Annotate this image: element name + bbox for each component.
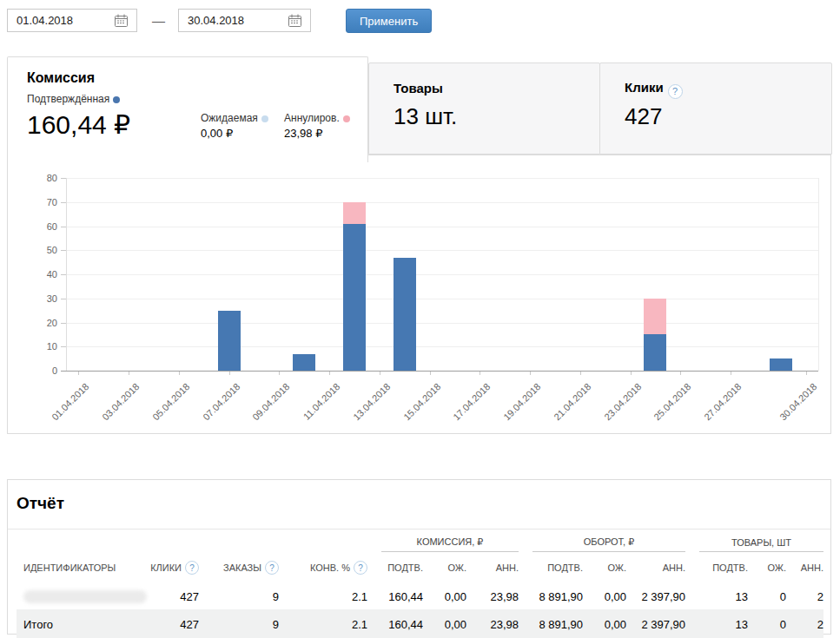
y-axis-label: 20 bbox=[28, 318, 57, 328]
row-identifier-cell bbox=[17, 583, 147, 609]
x-axis-line bbox=[61, 371, 818, 372]
x-axis-tick bbox=[179, 372, 180, 375]
clicks-value: 427 bbox=[625, 103, 662, 130]
calendar-icon[interactable] bbox=[288, 14, 302, 28]
table-cell-value: 160,44 bbox=[367, 609, 423, 638]
expected-label-text: Ожидаемая bbox=[201, 112, 258, 124]
clicks-title: Клики bbox=[625, 80, 664, 95]
bar-cancelled-segment bbox=[343, 202, 366, 224]
y-axis-label: 40 bbox=[28, 269, 57, 280]
column-header: КЛИКИ? bbox=[147, 552, 199, 583]
x-axis-tick bbox=[279, 372, 280, 375]
x-axis-label: 19.04.2018 bbox=[501, 381, 542, 422]
products-value: 13 шт. bbox=[394, 103, 457, 130]
table-cell-value: 9 bbox=[199, 583, 279, 609]
group-header-spacer bbox=[17, 529, 367, 552]
confirmed-value: 160,44 ₽ bbox=[27, 109, 130, 140]
x-axis-label: 27.04.2018 bbox=[702, 381, 743, 422]
table-cell-value: 0 bbox=[748, 609, 786, 638]
table-cell-value: 2.1 bbox=[279, 583, 367, 609]
x-axis-tick bbox=[480, 372, 480, 375]
x-axis-label: 09.04.2018 bbox=[250, 381, 291, 422]
column-header-label: ПОДТВ. bbox=[712, 562, 748, 573]
table-cell-value: 2.1 bbox=[279, 609, 367, 638]
date-from-input[interactable] bbox=[17, 14, 95, 27]
column-header: АНН. bbox=[466, 552, 519, 583]
x-axis-label: 05.04.2018 bbox=[150, 381, 191, 422]
column-header: ЗАКАЗЫ? bbox=[199, 552, 279, 583]
calendar-icon[interactable] bbox=[114, 14, 129, 28]
bar-confirmed-segment bbox=[293, 354, 315, 371]
column-group-header: ОБОРОТ, ₽ bbox=[532, 529, 685, 552]
tab-products[interactable]: Товары 13 шт. bbox=[368, 62, 600, 155]
table-cell-value: 13 bbox=[685, 583, 748, 609]
date-to-input[interactable] bbox=[188, 14, 266, 27]
apply-button[interactable]: Применить bbox=[346, 9, 432, 33]
commission-title: Комиссия bbox=[27, 70, 95, 86]
x-axis-label: 11.04.2018 bbox=[301, 381, 342, 422]
column-group-header: ТОВАРЫ, ШТ bbox=[699, 529, 823, 552]
confirmed-dot-icon bbox=[113, 96, 120, 103]
chart-gridline bbox=[66, 274, 818, 275]
bar-confirmed-segment bbox=[343, 224, 366, 371]
table-cell-value: 0,00 bbox=[423, 583, 466, 609]
expected-value: 0,00 ₽ bbox=[201, 127, 268, 140]
commission-chart-panel: 0102030405060708001.04.201803.04.201805.… bbox=[7, 155, 831, 434]
table-cell-value: 2 397,90 bbox=[626, 583, 685, 609]
column-help-icon[interactable]: ? bbox=[185, 561, 199, 575]
x-axis-tick bbox=[329, 372, 330, 375]
x-axis-label: 03.04.2018 bbox=[100, 381, 141, 422]
confirmed-label: Подтверждённая bbox=[27, 93, 120, 105]
x-axis-tick bbox=[806, 372, 807, 375]
tab-clicks[interactable]: Клики? 427 bbox=[599, 62, 832, 155]
report-table: КОМИССИЯ, ₽ОБОРОТ, ₽ТОВАРЫ, ШТИДЕНТИФИКА… bbox=[17, 529, 823, 638]
x-axis-tick bbox=[731, 372, 731, 375]
y-axis-label: 0 bbox=[28, 365, 57, 376]
table-cell-value: 13 bbox=[685, 609, 748, 638]
y-axis-label: 30 bbox=[28, 293, 57, 304]
table-cell-value: 2 bbox=[786, 609, 823, 638]
date-range-separator: — bbox=[139, 9, 178, 32]
x-axis-tick bbox=[129, 372, 129, 375]
y-axis-line bbox=[66, 178, 67, 371]
table-cell-value: 0,00 bbox=[583, 583, 626, 609]
bar-cancelled-segment bbox=[644, 299, 666, 335]
tab-commission[interactable]: Комиссия Подтверждённая 160,44 ₽ Ожидаем… bbox=[7, 56, 368, 162]
x-axis-label: 01.04.2018 bbox=[50, 381, 90, 422]
column-header-label: КОНВ. % bbox=[310, 562, 350, 573]
column-help-icon[interactable]: ? bbox=[354, 561, 367, 575]
row-identifier-cell: Итого bbox=[17, 609, 147, 638]
chart-gridline bbox=[66, 227, 818, 227]
column-header: ОЖ. bbox=[748, 552, 786, 583]
date-from-field[interactable] bbox=[7, 9, 137, 32]
x-axis-tick bbox=[78, 372, 79, 375]
column-header-label: ЗАКАЗЫ bbox=[223, 562, 261, 573]
x-axis-tick bbox=[430, 372, 431, 375]
table-cell-value: 427 bbox=[147, 609, 199, 638]
x-axis-label: 25.04.2018 bbox=[651, 381, 692, 422]
column-header: КОНВ. %? bbox=[279, 552, 367, 583]
x-axis-label: 30.04.2018 bbox=[777, 381, 818, 422]
column-group-header: КОМИССИЯ, ₽ bbox=[381, 529, 519, 552]
x-axis-tick bbox=[580, 372, 581, 375]
date-to-field[interactable] bbox=[178, 9, 311, 32]
column-header-label: АНН. bbox=[496, 562, 519, 573]
chart-gridline bbox=[66, 250, 818, 251]
y-axis-label: 50 bbox=[28, 245, 57, 255]
chart-gridline bbox=[66, 346, 818, 347]
column-header: ПОДТВ. bbox=[519, 552, 583, 583]
expected-metric: Ожидаемая 0,00 ₽ bbox=[201, 112, 268, 140]
clicks-help-icon[interactable]: ? bbox=[668, 84, 683, 99]
column-header-label: ИДЕНТИФИКАТОРЫ bbox=[23, 562, 116, 573]
bar-confirmed-segment bbox=[394, 258, 416, 371]
chart-gridline bbox=[66, 178, 818, 179]
x-axis-label: 07.04.2018 bbox=[201, 381, 241, 422]
table-cell-value: 23,98 bbox=[466, 609, 519, 638]
table-cell-value: 2 397,90 bbox=[626, 609, 685, 638]
column-help-icon[interactable]: ? bbox=[265, 561, 279, 575]
table-cell-value: 8 891,90 bbox=[519, 609, 583, 638]
column-header: ПОДТВ. bbox=[367, 552, 423, 583]
column-header: АНН. bbox=[626, 552, 685, 583]
column-header-label: ПОДТВ. bbox=[387, 562, 423, 573]
redacted-identifier bbox=[23, 590, 147, 603]
